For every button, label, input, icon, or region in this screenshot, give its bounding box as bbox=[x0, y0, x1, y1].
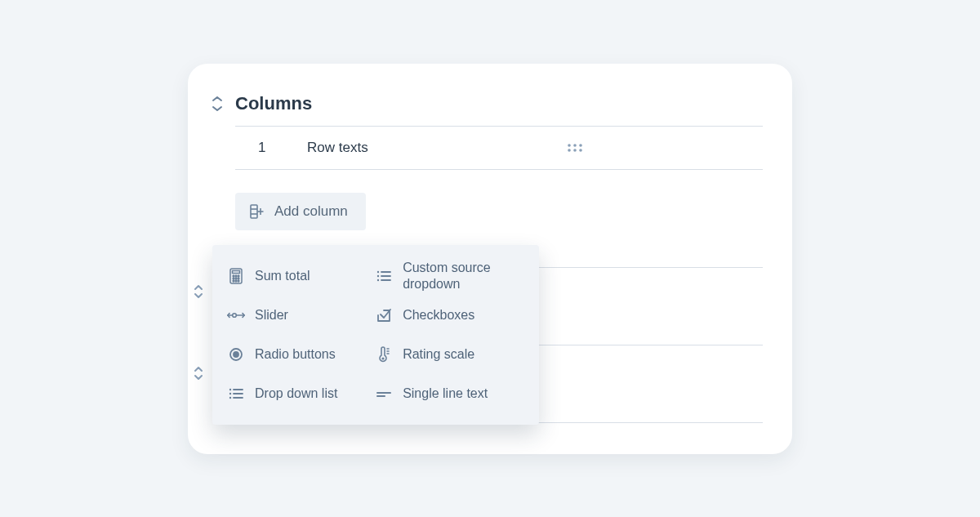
menu-item-label: Custom source dropdown bbox=[403, 260, 526, 291]
checkbox-icon bbox=[375, 308, 393, 323]
svg-point-29 bbox=[233, 313, 237, 317]
svg-point-13 bbox=[233, 275, 234, 277]
svg-point-20 bbox=[235, 280, 237, 282]
svg-rect-6 bbox=[251, 205, 257, 218]
svg-point-2 bbox=[579, 144, 582, 147]
thermometer-icon bbox=[375, 346, 393, 363]
menu-item-rating-scale[interactable]: Rating scale bbox=[367, 335, 532, 374]
row-label: Row texts bbox=[307, 140, 368, 156]
menu-item-label: Checkboxes bbox=[403, 307, 474, 323]
reorder-handle-icon[interactable] bbox=[193, 284, 204, 299]
row-number: 1 bbox=[258, 140, 291, 156]
svg-point-15 bbox=[238, 275, 239, 277]
menu-item-label: Slider bbox=[255, 307, 288, 323]
svg-point-3 bbox=[568, 149, 571, 152]
svg-point-4 bbox=[573, 149, 577, 152]
svg-point-44 bbox=[229, 396, 231, 398]
add-column-icon bbox=[250, 204, 265, 219]
menu-item-label: Single line text bbox=[403, 386, 488, 401]
drag-handle-icon[interactable] bbox=[567, 143, 583, 153]
svg-point-16 bbox=[233, 278, 234, 279]
menu-item-checkboxes[interactable]: Checkboxes bbox=[367, 296, 532, 335]
list-icon bbox=[375, 270, 393, 283]
svg-point-24 bbox=[377, 274, 379, 276]
menu-item-label: Radio buttons bbox=[255, 346, 336, 362]
svg-point-21 bbox=[238, 280, 239, 282]
svg-point-5 bbox=[579, 149, 582, 152]
svg-point-40 bbox=[229, 388, 231, 390]
text-line-icon bbox=[375, 390, 393, 398]
menu-item-custom-source-dropdown[interactable]: Custom source dropdown bbox=[367, 256, 532, 296]
svg-point-19 bbox=[233, 280, 234, 282]
slider-icon bbox=[227, 311, 245, 319]
svg-point-0 bbox=[568, 144, 571, 147]
column-row[interactable]: 1 Row texts bbox=[235, 126, 763, 170]
svg-rect-12 bbox=[233, 270, 240, 273]
svg-point-22 bbox=[377, 270, 379, 272]
svg-point-42 bbox=[229, 392, 231, 394]
reorder-handle-icon[interactable] bbox=[193, 366, 204, 381]
svg-point-14 bbox=[235, 275, 237, 277]
add-column-label: Add column bbox=[274, 203, 348, 220]
menu-item-label: Sum total bbox=[255, 268, 310, 283]
menu-item-single-line-text[interactable]: Single line text bbox=[367, 374, 532, 413]
columns-panel: Columns 1 Row texts Add column bbox=[188, 64, 792, 454]
svg-point-17 bbox=[235, 278, 237, 279]
menu-item-label: Drop down list bbox=[255, 386, 337, 401]
menu-item-slider[interactable]: Slider bbox=[219, 296, 367, 335]
column-type-menu: Sum total Custom source dropdown bbox=[212, 245, 539, 425]
menu-item-radio-buttons[interactable]: Radio buttons bbox=[219, 335, 367, 374]
section-header: Columns bbox=[211, 93, 763, 114]
menu-item-sum-total[interactable]: Sum total bbox=[219, 256, 367, 296]
svg-point-35 bbox=[234, 352, 238, 357]
add-column-button[interactable]: Add column bbox=[235, 193, 366, 230]
calculator-icon bbox=[227, 268, 245, 284]
list-icon bbox=[227, 387, 245, 400]
svg-point-18 bbox=[238, 278, 239, 279]
svg-point-26 bbox=[377, 279, 379, 280]
radio-icon bbox=[227, 347, 245, 362]
menu-item-drop-down-list[interactable]: Drop down list bbox=[219, 374, 367, 413]
menu-item-label: Rating scale bbox=[403, 346, 474, 362]
section-title: Columns bbox=[235, 93, 312, 114]
collapse-icon[interactable] bbox=[211, 96, 224, 112]
svg-point-1 bbox=[573, 144, 577, 147]
svg-point-36 bbox=[382, 357, 385, 359]
